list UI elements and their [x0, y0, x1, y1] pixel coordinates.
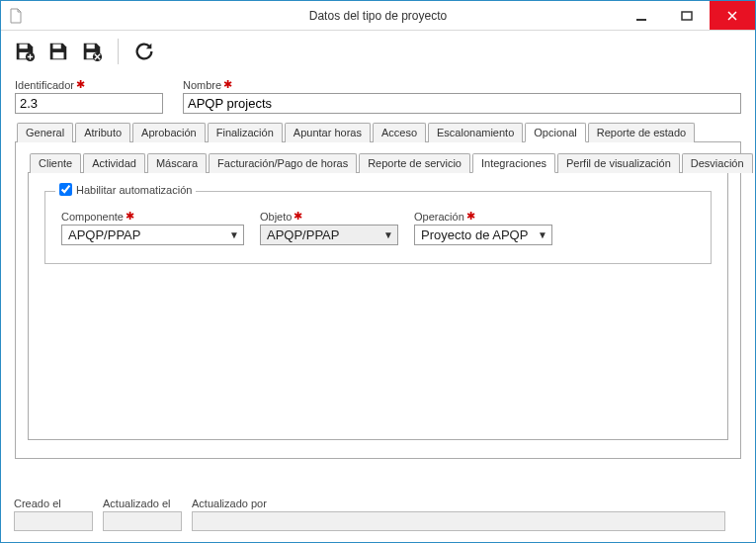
tab-integraciones[interactable]: Integraciones — [472, 153, 555, 173]
required-icon: ✱ — [76, 78, 85, 91]
window-controls — [619, 1, 755, 30]
tab-reporte-servicio[interactable]: Reporte de servicio — [359, 153, 470, 173]
inner-tabstrip: Cliente Actividad Máscara Facturación/Pa… — [28, 152, 728, 173]
updated-by-value — [192, 511, 725, 531]
save-new-button[interactable] — [11, 38, 39, 65]
component-field: Componente ✱ APQP/PPAP ▼ — [61, 210, 244, 245]
chevron-down-icon: ▼ — [229, 229, 239, 240]
tab-cliente[interactable]: Cliente — [30, 153, 81, 173]
object-select[interactable]: APQP/PPAP ▼ — [260, 225, 398, 245]
component-label: Componente ✱ — [61, 210, 244, 223]
required-icon: ✱ — [126, 210, 134, 223]
inner-tab-body: Habilitar automatización Componente ✱ AP… — [28, 173, 728, 440]
operation-value: Proyecto de APQP — [421, 227, 528, 242]
enable-automation-checkbox[interactable] — [59, 183, 72, 196]
tab-desviacion[interactable]: Desviación — [682, 153, 753, 173]
tab-mascara[interactable]: Máscara — [147, 153, 207, 173]
operation-label: Operación ✱ — [414, 210, 552, 223]
object-label: Objeto ✱ — [260, 210, 398, 223]
tab-actividad[interactable]: Actividad — [83, 153, 145, 173]
operation-select[interactable]: Proyecto de APQP ▼ — [414, 225, 552, 245]
minimize-button[interactable] — [619, 1, 664, 30]
component-select[interactable]: APQP/PPAP ▼ — [61, 225, 244, 245]
created-value — [14, 511, 93, 531]
svg-rect-1 — [682, 12, 692, 20]
svg-rect-6 — [53, 52, 64, 58]
automation-legend: Habilitar automatización — [55, 183, 196, 196]
chevron-down-icon: ▼ — [538, 229, 547, 240]
operation-field: Operación ✱ Proyecto de APQP ▼ — [414, 210, 552, 245]
name-label-text: Nombre — [183, 79, 221, 91]
chevron-down-icon: ▼ — [383, 229, 393, 240]
updated-by-field: Actualizado por — [192, 498, 725, 531]
operation-label-text: Operación — [414, 211, 464, 223]
tab-general[interactable]: General — [17, 123, 73, 142]
created-label: Creado el — [14, 498, 93, 509]
automation-legend-text: Habilitar automatización — [76, 184, 192, 196]
toolbar — [1, 31, 755, 72]
component-value: APQP/PPAP — [68, 227, 140, 242]
identifier-input[interactable] — [15, 93, 163, 114]
tab-facturacion[interactable]: Facturación/Pago de horas — [209, 153, 357, 173]
main-tab-body: Cliente Actividad Máscara Facturación/Pa… — [15, 142, 741, 459]
header-fields: Identificador ✱ Nombre ✱ — [15, 78, 741, 114]
toolbar-separator — [118, 39, 119, 64]
identifier-label-text: Identificador — [15, 79, 74, 91]
footer: Creado el Actualizado el Actualizado por — [14, 498, 742, 531]
close-button[interactable] — [710, 1, 755, 30]
tab-escalonamiento[interactable]: Escalonamiento — [428, 123, 523, 142]
titlebar: Datos del tipo de proyecto — [1, 1, 755, 31]
name-field: Nombre ✱ — [183, 78, 741, 114]
identifier-field: Identificador ✱ — [15, 78, 163, 114]
document-icon — [1, 8, 31, 24]
required-icon: ✱ — [223, 78, 232, 91]
save-close-button[interactable] — [78, 38, 106, 65]
created-field: Creado el — [14, 498, 93, 531]
save-button[interactable] — [44, 38, 72, 65]
refresh-button[interactable] — [130, 38, 158, 65]
name-input[interactable] — [183, 93, 741, 114]
svg-rect-2 — [20, 45, 28, 49]
object-value: APQP/PPAP — [267, 227, 339, 242]
tab-atributo[interactable]: Atributo — [75, 123, 130, 142]
automation-fields: Componente ✱ APQP/PPAP ▼ Objeto ✱ — [61, 210, 695, 245]
identifier-label: Identificador ✱ — [15, 78, 163, 91]
required-icon: ✱ — [466, 210, 475, 223]
object-label-text: Objeto — [260, 211, 292, 223]
tab-apuntar-horas[interactable]: Apuntar horas — [285, 123, 371, 142]
tab-reporte-estado[interactable]: Reporte de estado — [588, 123, 696, 142]
svg-rect-0 — [636, 19, 646, 21]
content-area: Identificador ✱ Nombre ✱ General Atribut… — [1, 72, 755, 469]
automation-groupbox: Habilitar automatización Componente ✱ AP… — [44, 191, 712, 264]
tab-opcional[interactable]: Opcional — [525, 123, 585, 142]
updated-field: Actualizado el — [103, 498, 182, 531]
updated-value — [103, 511, 182, 531]
svg-rect-5 — [53, 45, 61, 49]
name-label: Nombre ✱ — [183, 78, 741, 91]
maximize-button[interactable] — [664, 1, 710, 30]
required-icon: ✱ — [294, 210, 302, 223]
object-field: Objeto ✱ APQP/PPAP ▼ — [260, 210, 398, 245]
main-tabstrip: General Atributo Aprobación Finalización… — [15, 122, 741, 142]
tab-finalizacion[interactable]: Finalización — [208, 123, 283, 142]
tab-perfil-visualizacion[interactable]: Perfil de visualización — [557, 153, 680, 173]
updated-by-label: Actualizado por — [192, 498, 725, 509]
component-label-text: Componente — [61, 211, 124, 223]
updated-label: Actualizado el — [103, 498, 182, 509]
tab-acceso[interactable]: Acceso — [373, 123, 426, 142]
svg-rect-7 — [87, 45, 95, 49]
tab-aprobacion[interactable]: Aprobación — [132, 123, 206, 142]
